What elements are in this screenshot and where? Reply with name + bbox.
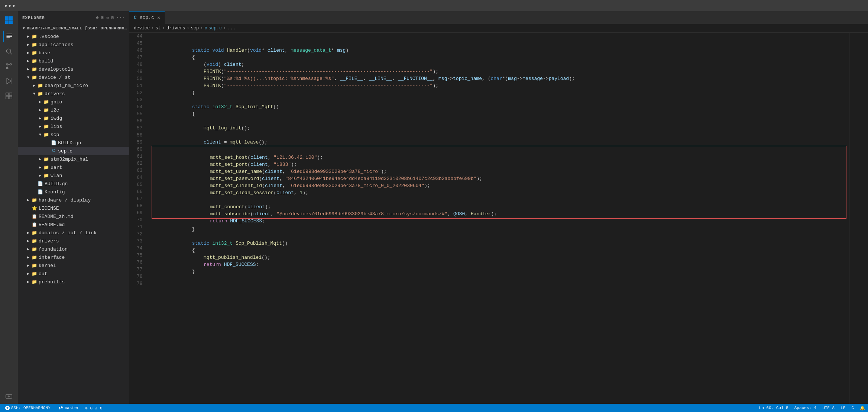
sidebar-item-kernel[interactable]: ▶ 📁 kernel [18,261,129,270]
sidebar-item-readme-zh[interactable]: ▶ 📋 README_zh.md [18,212,129,221]
tab-close-button[interactable]: ✕ [157,15,160,20]
activity-search[interactable] [3,45,15,57]
sidebar-item-out[interactable]: ▶ 📁 out [18,270,129,278]
activity-source-control[interactable] [3,60,15,72]
sidebar-item-applications[interactable]: ▶ 📁 applications [18,41,129,49]
svg-rect-11 [6,93,9,96]
folder-icon: 📁 [43,99,49,105]
code-editor[interactable]: 44 45 46 47 48 49 50 51 52 53 54 55 56 5… [129,33,849,404]
sidebar-item-developtools[interactable]: ▶ 📁 developtools [18,65,129,73]
sidebar-item-hardware-display[interactable]: ▶ 📁 hardware / display [18,196,129,204]
hardware-display-label: hardware / display [39,197,91,203]
breadcrumb-scp[interactable]: scp [191,26,199,31]
spaces[interactable]: Spaces: 4 [794,406,816,410]
tab-c-icon: C [134,15,137,20]
breadcrumb-more[interactable]: ... [227,26,236,31]
code-line-67: mqtt_connect(client); [152,196,846,203]
file-icon: 📄 [37,181,43,187]
git-branch[interactable]: master [59,406,80,410]
activity-run[interactable] [3,75,15,87]
line-ending[interactable]: LF [841,406,845,410]
folder-icon: 📁 [43,173,49,178]
sidebar-item-gpio[interactable]: ▶ 📁 gpio [18,98,129,106]
encoding[interactable]: UTF-8 [822,406,835,410]
svg-marker-9 [7,78,11,84]
sidebar-item-vscode[interactable]: ▶ 📁 .vscode [18,32,129,41]
folder-icon: 📁 [31,50,37,56]
sidebar-item-interface[interactable]: ▶ 📁 interface [18,253,129,261]
sidebar-item-drivers[interactable]: ▼ 📁 drivers [18,90,129,98]
new-file-icon[interactable]: ⊕ [96,15,99,20]
sidebar-item-device-st[interactable]: ▼ 📁 device / st [18,73,129,81]
sidebar-item-build[interactable]: ▶ 📁 build [18,57,129,65]
sidebar-item-readme[interactable]: ▶ 📋 README.md [18,221,129,229]
interface-label: interface [39,255,65,260]
svg-point-4 [6,49,11,53]
breadcrumb-scp-c[interactable]: C scp.c [204,26,222,31]
folder-icon: 📁 [31,74,37,80]
sidebar-item-stm32[interactable]: ▶ 📁 stm32mp1x_hal [18,155,129,163]
breadcrumb-device[interactable]: device [134,26,150,31]
file-c-icon: C [51,148,56,154]
root-label: BEARPI-HM_MICRO_SMALL [SSH: OPENHARMONY] [27,26,129,30]
code-line-58: client = mqtt_lease(); [152,132,846,139]
status-bar: SSH: OPENHARMONY master ⊗ 0 ⚠ 0 Ln 60, C… [0,404,868,412]
more-options-icon[interactable]: ··· [116,15,125,20]
file-icon: 📄 [51,140,56,146]
code-line-57 [152,125,846,132]
file-license-icon: ⭐ [31,205,37,211]
refresh-icon[interactable]: ↻ [106,15,109,20]
sidebar-item-scp[interactable]: ▼ 📁 scp [18,131,129,139]
sidebar-item-uart[interactable]: ▶ 📁 uart [18,163,129,171]
sidebar-item-license[interactable]: ▶ ⭐ LICENSE [18,204,129,212]
activity-remote[interactable] [3,390,15,402]
activity-extensions[interactable] [3,90,15,102]
folder-icon: 📁 [31,66,37,72]
sidebar-item-build-gn-1[interactable]: ▶ 📄 BUILD.gn [18,139,129,147]
folder-icon: 📁 [31,279,37,285]
tab-scp-c[interactable]: C scp.c ✕ [129,11,165,24]
svg-line-5 [10,53,12,55]
sidebar-item-bearpi[interactable]: ▶ 📁 bearpi_hm_micro [18,81,129,90]
sidebar-header: EXPLORER ⊕ ⊞ ↻ ⊟ ··· [18,11,129,24]
sidebar-item-kconfig[interactable]: ▶ 📄 Kconfig [18,188,129,196]
activity-bar [0,11,18,404]
notifications[interactable]: 🔔 [860,406,865,411]
folder-icon: 📁 [43,123,49,129]
sidebar-item-build-gn-2[interactable]: ▶ 📄 BUILD.gn [18,180,129,188]
sidebar-item-foundation[interactable]: ▶ 📁 foundation [18,245,129,253]
sidebar-item-drivers-root[interactable]: ▶ 📁 drivers [18,237,129,245]
errors-count[interactable]: ⊗ 0 ⚠ 0 [85,406,102,411]
sidebar-item-wlan[interactable]: ▶ 📁 wlan [18,171,129,180]
tree-root[interactable]: ▼ BEARPI-HM_MICRO_SMALL [SSH: OPENHARMON… [18,24,129,32]
sidebar-item-libs[interactable]: ▶ 📁 libs [18,122,129,131]
tab-bar: C scp.c ✕ [129,11,868,24]
new-folder-icon[interactable]: ⊞ [101,15,104,20]
sidebar-item-base[interactable]: ▶ 📁 base [18,49,129,57]
folder-icon: 📁 [31,246,37,252]
code-content: static void Handler(void* client, messag… [149,33,849,404]
foundation-label: foundation [39,247,68,252]
breadcrumb: device › st › drivers › scp › C scp.c › … [129,24,868,33]
breadcrumb-st[interactable]: st [155,26,161,31]
line-col: Ln 60, Col 5 [759,406,788,410]
sidebar-item-domains[interactable]: ▶ 📁 domains / iot / link [18,229,129,237]
sidebar-item-prebuilts[interactable]: ▶ 📁 prebuilts [18,278,129,286]
sidebar-item-scp-c[interactable]: ▶ C scp.c [18,147,129,155]
breadcrumb-drivers[interactable]: drivers [166,26,185,31]
folder-icon: 📁 [31,33,37,39]
collapse-icon[interactable]: ⊟ [111,15,114,20]
code-editor-container: 44 45 46 47 48 49 50 51 52 53 54 55 56 5… [129,33,868,404]
folder-icon: 📁 [31,42,37,48]
remote-indicator[interactable]: SSH: OPENHARMONY [3,405,53,411]
code-line-45: static void Handler(void* client, messag… [152,40,846,47]
code-line-79 [152,282,846,289]
svg-rect-0 [5,16,9,20]
language[interactable]: C [851,406,854,410]
sidebar-item-i2c[interactable]: ▶ 📁 i2c [18,106,129,114]
sidebar-item-iwdg[interactable]: ▶ 📁 iwdg [18,114,129,122]
activity-explorer[interactable] [3,30,15,42]
svg-rect-12 [9,93,12,96]
code-line-72: static int32_t Scp_Publish_Mqtt() [152,233,846,240]
sidebar-title: EXPLORER [22,16,45,20]
